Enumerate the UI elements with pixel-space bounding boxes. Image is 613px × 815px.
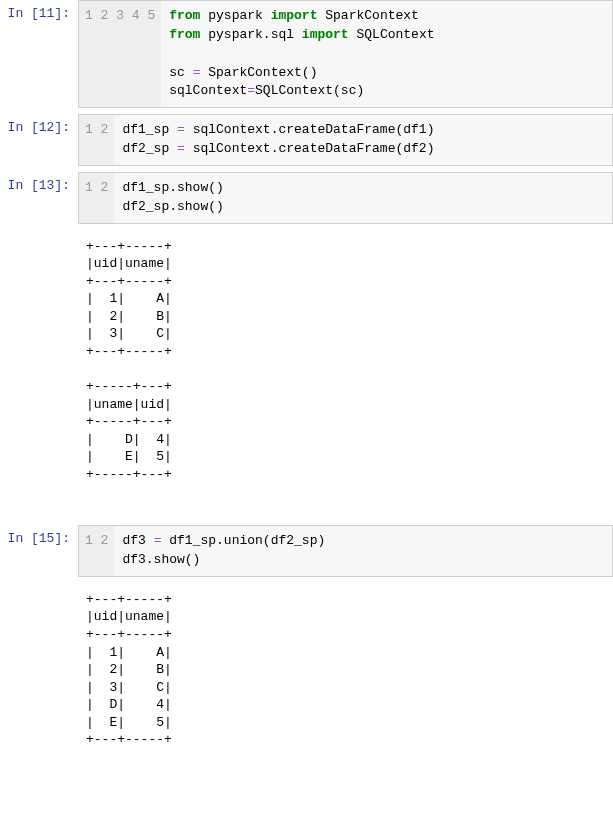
line-gutter: 1 2 3 4 5 xyxy=(79,1,161,107)
code-content[interactable]: from pyspark import SparkContext from py… xyxy=(161,1,442,107)
code-cell: In [13]: 1 2 df1_sp.show() df2_sp.show() xyxy=(0,172,613,224)
code-cell: In [15]: 1 2 df3 = df1_sp.union(df2_sp) … xyxy=(0,525,613,577)
input-prompt: In [13]: xyxy=(0,172,78,224)
output-cell: . +---+-----+ |uid|uname| +---+-----+ | … xyxy=(0,230,613,492)
code-area[interactable]: 1 2 3 4 5 from pyspark import SparkConte… xyxy=(78,0,613,108)
code-area[interactable]: 1 2 df1_sp.show() df2_sp.show() xyxy=(78,172,613,224)
output-prompt: . xyxy=(0,583,78,757)
code-area[interactable]: 1 2 df3 = df1_sp.union(df2_sp) df3.show(… xyxy=(78,525,613,577)
line-gutter: 1 2 xyxy=(79,115,114,165)
code-content[interactable]: df1_sp.show() df2_sp.show() xyxy=(114,173,231,223)
input-prompt: In [15]: xyxy=(0,525,78,577)
output-cell: . +---+-----+ |uid|uname| +---+-----+ | … xyxy=(0,583,613,757)
input-prompt: In [11]: xyxy=(0,0,78,108)
input-prompt: In [12]: xyxy=(0,114,78,166)
spacer xyxy=(0,497,613,525)
output-prompt: . xyxy=(0,230,78,492)
line-gutter: 1 2 xyxy=(79,173,114,223)
code-cell: In [11]: 1 2 3 4 5 from pyspark import S… xyxy=(0,0,613,108)
output-text: +---+-----+ |uid|uname| +---+-----+ | 1|… xyxy=(78,583,613,757)
code-cell: In [12]: 1 2 df1_sp = sqlContext.createD… xyxy=(0,114,613,166)
code-content[interactable]: df1_sp = sqlContext.createDataFrame(df1)… xyxy=(114,115,442,165)
line-gutter: 1 2 xyxy=(79,526,114,576)
code-area[interactable]: 1 2 df1_sp = sqlContext.createDataFrame(… xyxy=(78,114,613,166)
code-content[interactable]: df3 = df1_sp.union(df2_sp) df3.show() xyxy=(114,526,333,576)
output-text: +---+-----+ |uid|uname| +---+-----+ | 1|… xyxy=(78,230,613,492)
